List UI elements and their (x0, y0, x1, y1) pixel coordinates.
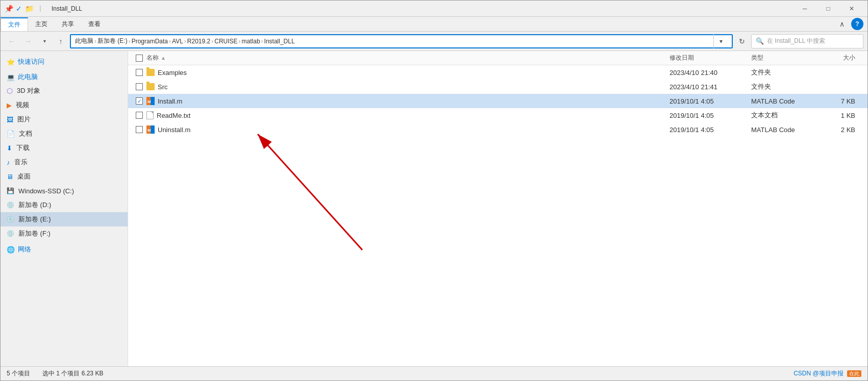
checkbox-uninstall-m[interactable] (136, 126, 143, 133)
csdn-badge: 在此 (847, 370, 861, 377)
sidebar-documents-label: 文档 (19, 129, 32, 138)
desktop-icon: 🖥 (7, 173, 13, 181)
window-title: Install_DLL (52, 5, 793, 12)
up-button[interactable]: ↑ (54, 34, 68, 48)
search-box[interactable]: 🔍 在 Install_DLL 中搜索 (751, 34, 863, 48)
sidebar-c-label: Windows-SSD (C:) (18, 187, 74, 195)
star-icon: ⭐ (7, 58, 15, 66)
col-type-label: 类型 (751, 54, 763, 61)
col-check-header[interactable] (132, 55, 146, 62)
sidebar-item-c-drive[interactable]: 💾 Windows-SSD (C:) (1, 184, 128, 198)
sidebar-header-this-pc[interactable]: 💻 此电脑 (1, 70, 128, 84)
pin-icon: 📌 (5, 5, 13, 13)
col-size-header[interactable]: 大小 (823, 54, 863, 62)
checkbox-install-m[interactable]: ✓ (136, 97, 143, 105)
path-matlab: matlab (242, 38, 260, 45)
window-controls: ─ □ ✕ (793, 1, 863, 17)
forward-button[interactable]: → (21, 34, 35, 48)
file-area: 名称 ▲ 修改日期 类型 大小 (128, 51, 867, 366)
file-check-examples[interactable] (132, 69, 146, 76)
file-check-uninstall-m[interactable] (132, 126, 146, 133)
tab-home[interactable]: 主页 (28, 17, 55, 31)
checkbox-src[interactable] (136, 83, 143, 90)
checkbox-readme[interactable] (136, 112, 143, 119)
path-programdata: ProgramData (132, 38, 168, 45)
file-check-install-m[interactable]: ✓ (132, 97, 146, 105)
sidebar-item-music[interactable]: ♪ 音乐 (1, 155, 128, 169)
file-type-examples: 文件夹 (751, 68, 823, 77)
file-name-examples: Examples (146, 69, 669, 77)
sidebar-3d-label: 3D 对象 (17, 86, 40, 95)
col-size-label: 大小 (843, 54, 855, 61)
sep4: › (184, 38, 186, 45)
col-name-header[interactable]: 名称 ▲ (146, 54, 669, 62)
sidebar-item-documents[interactable]: 📄 文档 (1, 126, 128, 141)
checkbox-examples[interactable] (136, 69, 143, 76)
address-dropdown-button[interactable]: ▾ (713, 34, 728, 48)
file-date-uninstall-m: 2019/10/1 4:05 (669, 126, 751, 134)
sidebar-e-label: 新加卷 (E:) (18, 215, 51, 224)
video-icon: ▶ (7, 101, 12, 109)
sidebar-item-desktop[interactable]: 🖥 桌面 (1, 169, 128, 184)
ribbon-collapse-button[interactable]: ∧ (836, 18, 848, 30)
address-row: ← → ▾ ↑ 此电脑 › 新加卷 (E:) › ProgramData › A… (1, 32, 867, 51)
back-button[interactable]: ← (5, 34, 19, 48)
svg-rect-1 (151, 97, 155, 105)
help-button[interactable]: ? (851, 18, 863, 30)
sidebar-item-pictures[interactable]: 🖼 图片 (1, 112, 128, 126)
folder-icon-src (146, 83, 155, 90)
refresh-button[interactable]: ↻ (735, 34, 749, 48)
search-icon: 🔍 (756, 37, 764, 45)
col-date-label: 修改日期 (669, 54, 694, 61)
quick-access-label: 快速访问 (18, 57, 44, 66)
image-icon: 🖼 (7, 116, 13, 123)
file-date-examples: 2023/4/10 21:40 (669, 69, 751, 77)
title-bar-icons: 📌 ✓ 📁 ｜ (5, 4, 45, 13)
svg-text:M: M (147, 99, 151, 104)
sidebar-item-video[interactable]: ▶ 视频 (1, 98, 128, 112)
file-row-install-m[interactable]: ✓ M Install.m 2019/10/1 4:05 MATLAB Code… (128, 94, 867, 108)
doc-icon: 📄 (7, 130, 15, 138)
folder-icon-examples (146, 69, 155, 76)
tab-view[interactable]: 查看 (81, 17, 108, 31)
file-row-examples[interactable]: Examples 2023/4/10 21:40 文件夹 (128, 65, 867, 80)
sidebar-d-label: 新加卷 (D:) (18, 200, 51, 210)
sidebar-header-quick-access[interactable]: ⭐ 快速访问 (1, 55, 128, 68)
minimize-button[interactable]: ─ (793, 1, 816, 17)
sidebar-item-downloads[interactable]: ⬇ 下载 (1, 141, 128, 155)
file-check-src[interactable] (132, 83, 146, 90)
sidebar-item-f-drive[interactable]: 💿 新加卷 (F:) (1, 226, 128, 241)
sidebar-f-label: 新加卷 (F:) (18, 229, 51, 238)
sidebar-header-network[interactable]: 🌐 网络 (1, 243, 128, 256)
drive-d-icon: 💿 (7, 201, 14, 209)
status-bar: 5 个项目 选中 1 个项目 6.23 KB CSDN @项目申报 在此 (1, 366, 867, 380)
tab-file[interactable]: 文件 (1, 17, 28, 31)
file-check-readme[interactable] (132, 112, 146, 119)
ribbon-tabs: 文件 主页 共享 查看 ∧ ? (1, 17, 867, 31)
col-date-header[interactable]: 修改日期 (669, 54, 751, 62)
file-type-install-m: MATLAB Code (751, 97, 823, 105)
file-name-src: Src (146, 83, 669, 91)
sidebar-item-d-drive[interactable]: 💿 新加卷 (D:) (1, 198, 128, 212)
file-row-uninstall-m[interactable]: M Uninstall.m 2019/10/1 4:05 MATLAB Code… (128, 122, 867, 137)
sep6: › (239, 38, 241, 45)
download-icon: ⬇ (7, 144, 12, 152)
col-type-header[interactable]: 类型 (751, 54, 823, 62)
close-button[interactable]: ✕ (840, 1, 863, 17)
select-all-checkbox[interactable] (136, 55, 143, 62)
tab-share[interactable]: 共享 (55, 17, 81, 31)
file-row-src[interactable]: Src 2023/4/10 21:41 文件夹 (128, 80, 867, 94)
sidebar-item-e-drive[interactable]: 💿 新加卷 (E:) (1, 212, 128, 226)
address-bar[interactable]: 此电脑 › 新加卷 (E:) › ProgramData › AVL › R20… (70, 34, 733, 48)
csdn-label: CSDN @项目申报 在此 (793, 369, 861, 378)
file-date-install-m: 2019/10/1 4:05 (669, 97, 751, 105)
network-label: 网络 (18, 245, 31, 254)
drive-f-icon: 💿 (7, 230, 14, 237)
sort-asc-icon: ▲ (161, 55, 166, 61)
file-type-readme: 文本文档 (751, 111, 823, 120)
txt-icon-readme (146, 111, 154, 119)
nav-dropdown-button[interactable]: ▾ (37, 34, 52, 48)
file-row-readme[interactable]: ReadMe.txt 2019/10/1 4:05 文本文档 1 KB (128, 108, 867, 122)
maximize-button[interactable]: □ (816, 1, 840, 17)
sidebar-item-3d[interactable]: ⬡ 3D 对象 (1, 84, 128, 98)
